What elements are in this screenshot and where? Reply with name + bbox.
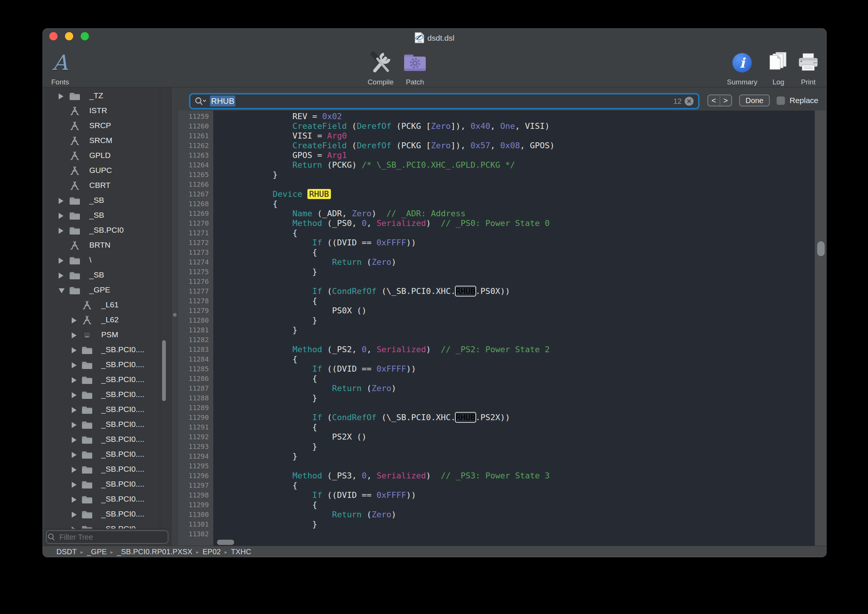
tree-item[interactable]: _SB xyxy=(43,268,171,283)
disclosure-triangle-icon[interactable] xyxy=(59,288,65,293)
disclosure-triangle-icon[interactable] xyxy=(72,392,77,398)
replace-label: Replace xyxy=(790,96,818,105)
replace-checkbox[interactable] xyxy=(777,96,785,105)
disclosure-triangle-icon[interactable] xyxy=(72,347,77,353)
tree-item[interactable]: _SB.PCI0 xyxy=(43,223,171,238)
line-number: 11272 xyxy=(178,238,209,248)
disclosure-triangle-icon[interactable] xyxy=(72,332,77,338)
line-number: 11288 xyxy=(178,393,209,403)
tree-item[interactable]: ISTR xyxy=(43,104,171,118)
tree-item[interactable]: \ xyxy=(43,253,171,268)
tree-item[interactable]: _SB.PCI0.... xyxy=(43,372,171,387)
line-number: 11284 xyxy=(178,354,209,364)
code-line: { xyxy=(213,199,555,209)
tree-item[interactable]: _SB.PCI0.... xyxy=(43,357,171,372)
search-input[interactable]: RHUB 12 ✕ xyxy=(189,93,699,109)
code-line: } xyxy=(213,325,555,335)
disclosure-triangle-icon[interactable] xyxy=(72,377,77,383)
editor-vertical-scroll-thumb[interactable] xyxy=(817,241,825,256)
tree-item[interactable]: _L61 xyxy=(43,298,171,313)
line-numbers: 1125911260112611126211263112641126511266… xyxy=(178,112,209,539)
tree-item[interactable]: _SB.PCI0.... xyxy=(43,507,171,522)
patch-button[interactable]: Patch xyxy=(389,48,441,86)
print-button[interactable]: Print xyxy=(782,48,826,86)
disclosure-triangle-icon[interactable] xyxy=(72,482,77,488)
tree-item[interactable]: _SB.PCI0.... xyxy=(43,417,171,432)
tree-item[interactable]: _SB xyxy=(43,208,171,223)
line-number: 11286 xyxy=(178,374,209,384)
editor-vertical-scrollbar[interactable] xyxy=(815,110,826,546)
disclosure-triangle-icon[interactable] xyxy=(59,273,64,279)
code-line: { xyxy=(213,228,555,238)
filter-placeholder: Filter Tree xyxy=(59,533,93,541)
code-line: If ((DVID == 0xFFFF)) xyxy=(213,490,555,500)
tree-item[interactable]: SRCP xyxy=(43,118,171,133)
disclosure-triangle-icon[interactable] xyxy=(72,422,77,428)
tree-item[interactable]: _SB.PCI0.... xyxy=(43,462,171,477)
tree-item-label: SRCP xyxy=(89,121,111,130)
tree-item[interactable]: _SB.PCI0.... xyxy=(43,402,171,417)
tree-item[interactable]: _TZ xyxy=(43,88,171,104)
tree-item[interactable]: CBRT xyxy=(43,178,171,193)
disclosure-triangle-icon[interactable] xyxy=(72,452,77,458)
find-next-button[interactable]: > xyxy=(720,95,732,106)
tree-item[interactable]: SRCM xyxy=(43,133,171,148)
method-icon xyxy=(69,240,80,250)
breadcrumb-item[interactable]: _GPE xyxy=(87,547,107,556)
breadcrumb-separator-icon: ▸ xyxy=(196,549,199,555)
find-previous-button[interactable]: < xyxy=(708,95,720,106)
filter-row: Filter Tree xyxy=(43,528,171,546)
breadcrumb-item[interactable]: EP02 xyxy=(202,547,221,556)
code-editor[interactable]: REV = 0x02 CreateField (DerefOf (PCKG [Z… xyxy=(213,110,815,546)
disclosure-triangle-icon[interactable] xyxy=(72,318,77,323)
disclosure-triangle-icon[interactable] xyxy=(72,362,77,368)
disclosure-triangle-icon[interactable] xyxy=(72,512,77,518)
filter-tree-input[interactable]: Filter Tree xyxy=(46,530,169,544)
tree-item-label: _GPE xyxy=(89,285,110,294)
tree-item[interactable]: PSM xyxy=(43,327,171,343)
tree-item-label: BRTN xyxy=(89,240,110,250)
disclosure-triangle-icon[interactable] xyxy=(59,198,64,204)
disclosure-triangle-icon[interactable] xyxy=(59,258,64,264)
disclosure-triangle-icon[interactable] xyxy=(72,407,77,413)
fonts-button[interactable]: A Fonts xyxy=(43,48,86,86)
editor-horizontal-scroll-thumb[interactable] xyxy=(217,540,234,545)
tree-item-label: _SB.PCI0.... xyxy=(101,435,144,444)
breadcrumb-item[interactable]: TXHC xyxy=(231,547,251,556)
breadcrumb-item[interactable]: _SB.PCI0.RP01.PXSX xyxy=(117,547,192,556)
sidebar-scrollbar[interactable] xyxy=(162,340,166,401)
code-line: CreateField (DerefOf (PCKG [Zero]), 0x40… xyxy=(213,121,555,131)
disclosure-triangle-icon[interactable] xyxy=(72,467,77,473)
breadcrumb-item[interactable]: DSDT xyxy=(56,547,77,556)
tree-item[interactable]: BRTN xyxy=(43,238,171,253)
done-button[interactable]: Done xyxy=(739,95,770,107)
tree-item[interactable]: _GPE xyxy=(43,283,171,298)
tree-item[interactable]: _SB.PCI0.... xyxy=(43,432,171,447)
clear-search-button[interactable]: ✕ xyxy=(685,97,694,106)
tree-item[interactable]: GPLD xyxy=(43,148,171,163)
tree-item[interactable]: GUPC xyxy=(43,163,171,178)
tree-item[interactable]: _SB.PCI0.... xyxy=(43,477,171,492)
pane-splitter[interactable] xyxy=(171,87,178,546)
tree-item[interactable]: _L62 xyxy=(43,313,171,327)
disclosure-triangle-icon[interactable] xyxy=(59,93,64,99)
splitter-handle-dot[interactable] xyxy=(173,313,177,317)
tree-item[interactable]: _SB.PCI0.... xyxy=(43,343,171,357)
search-icon[interactable] xyxy=(194,97,206,106)
tree-item[interactable]: _SB.PCI0.... xyxy=(43,492,171,507)
tree-item[interactable]: _SB xyxy=(43,193,171,208)
tree-item-label: _SB.PCI0.... xyxy=(101,360,144,369)
tree-item[interactable]: _SB.PCI0.... xyxy=(43,447,171,462)
device-icon xyxy=(81,330,93,340)
disclosure-triangle-icon[interactable] xyxy=(72,437,77,443)
disclosure-triangle-icon[interactable] xyxy=(59,228,64,234)
line-number: 11260 xyxy=(178,121,209,131)
code-line: VISI = Arg0 xyxy=(213,131,555,141)
disclosure-triangle-icon[interactable] xyxy=(72,497,77,503)
method-icon xyxy=(81,300,93,310)
tree-item[interactable]: _SB.PCI0.... xyxy=(43,387,171,402)
tree-item-label: CBRT xyxy=(89,181,110,190)
disclosure-triangle-icon[interactable] xyxy=(59,213,64,219)
line-number: 11301 xyxy=(178,519,209,529)
tree-item-label: GPLD xyxy=(89,151,110,160)
